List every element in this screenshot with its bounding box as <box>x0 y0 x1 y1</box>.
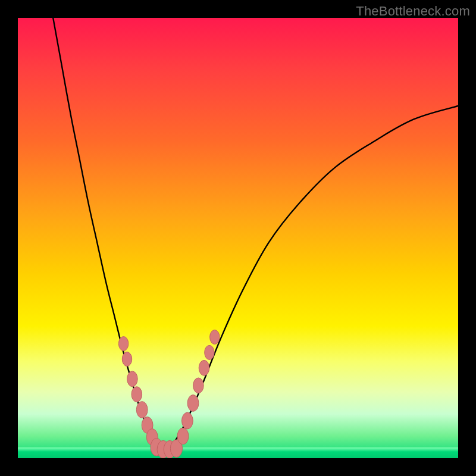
watermark-text: TheBottleneck.com <box>356 4 470 19</box>
bead-right-2 <box>187 395 199 412</box>
curve-right-branch <box>165 106 458 449</box>
curve-group <box>53 18 458 449</box>
bead-right-4 <box>199 360 209 375</box>
bead-right-6 <box>210 330 220 345</box>
bead-right-1 <box>182 412 193 429</box>
plot-area <box>18 18 458 458</box>
bead-right-3 <box>193 378 204 393</box>
bead-left-4 <box>136 402 148 418</box>
bead-right-0 <box>177 428 189 444</box>
bead-right-5 <box>205 345 214 359</box>
bead-left-1 <box>122 352 131 367</box>
outer-frame: TheBottleneck.com <box>0 0 476 476</box>
bead-left-2 <box>127 371 138 387</box>
bead-left-0 <box>118 337 128 351</box>
bead-left-3 <box>131 387 142 402</box>
beads-group <box>118 330 220 459</box>
curve-left-branch <box>53 18 165 449</box>
chart-svg <box>18 18 458 458</box>
